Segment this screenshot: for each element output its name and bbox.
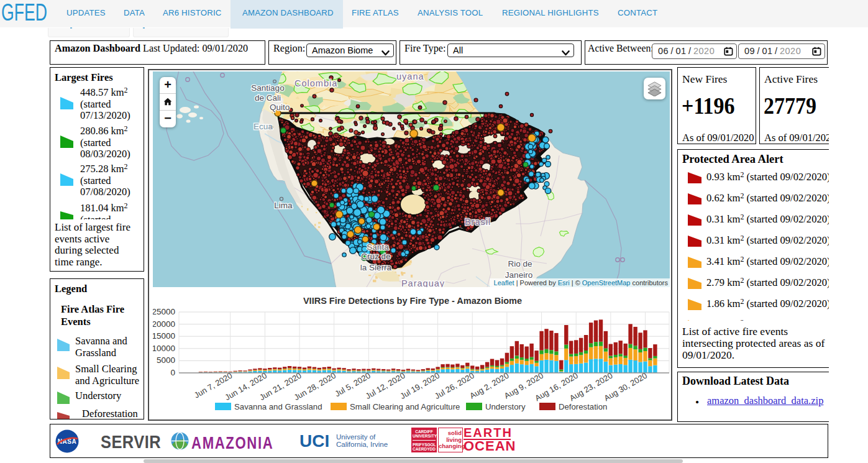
svg-text:Ecua: Ecua: [254, 122, 273, 131]
svg-text:10000: 10000: [153, 344, 175, 353]
svg-text:Understory: Understory: [485, 402, 526, 411]
svg-text:Quito: Quito: [270, 103, 290, 112]
svg-text:Colombia: Colombia: [295, 78, 337, 88]
svg-text:Brasil: Brasil: [465, 217, 491, 227]
svg-text:Lima: Lima: [274, 201, 293, 210]
svg-text:0: 0: [170, 368, 175, 377]
svg-text:20000: 20000: [153, 319, 175, 329]
svg-text:Cruz de: Cruz de: [361, 252, 390, 261]
svg-text:Paraguay: Paraguay: [401, 278, 445, 287]
svg-text:Savanna and Grassland: Savanna and Grassland: [234, 402, 322, 411]
svg-text:15000: 15000: [153, 331, 175, 341]
svg-text:Deforestation: Deforestation: [559, 402, 607, 411]
svg-text:25000: 25000: [153, 307, 175, 316]
svg-text:la Sierra: la Sierra: [360, 263, 392, 272]
svg-text:Rio de: Rio de: [508, 259, 532, 268]
svg-text:Santa: Santa: [367, 242, 389, 252]
svg-text:Jul 26, 2020: Jul 26, 2020: [433, 371, 476, 401]
svg-text:uyana: uyana: [396, 71, 424, 81]
svg-text:VIIRS Fire Detections by Fire: VIIRS Fire Detections by Fire Type - Ama…: [303, 296, 522, 306]
svg-text:Santiago: Santiago: [251, 83, 284, 93]
svg-text:5000: 5000: [157, 355, 175, 365]
svg-text:de Cali: de Cali: [255, 93, 281, 103]
svg-text:Small Clearing and Agriculture: Small Clearing and Agriculture: [350, 402, 460, 411]
